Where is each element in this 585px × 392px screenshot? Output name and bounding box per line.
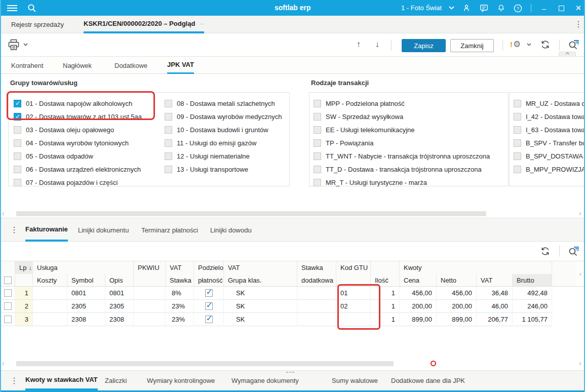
- scrollbar-thumb[interactable]: [16, 211, 486, 216]
- transaction-checkbox-tp[interactable]: TP - Powiązania: [314, 136, 373, 149]
- search-icon[interactable]: [26, 3, 37, 14]
- row-select-checkbox[interactable]: [4, 316, 12, 323]
- tab-fakturowanie[interactable]: Fakturowanie: [25, 218, 68, 242]
- transaction-checkbox-i63[interactable]: I_63 - Dostawa towar: [514, 123, 585, 136]
- detail-tabs-menu-icon[interactable]: ⋮: [10, 226, 18, 234]
- collapse-toolbar-handle[interactable]: [559, 52, 576, 56]
- checkbox[interactable]: [514, 166, 521, 173]
- search-filter-icon[interactable]: [568, 40, 579, 50]
- header-netto[interactable]: Netto: [437, 274, 477, 287]
- tab-jpk-vat[interactable]: JPK VAT: [167, 57, 194, 74]
- settings-chevron-icon[interactable]: [527, 43, 531, 46]
- print-icon[interactable]: [8, 39, 20, 51]
- header-usluga[interactable]: Usługa: [33, 261, 134, 274]
- header-brutto[interactable]: Brutto: [513, 274, 552, 287]
- transaction-checkbox-ee[interactable]: EE - Usługi telekomunikacyjne: [314, 123, 415, 136]
- checkbox[interactable]: [14, 126, 21, 134]
- transaction-checkbox-mr-uz[interactable]: MR_UZ - Dostawa dz: [514, 97, 585, 110]
- header-kwoty[interactable]: Kwoty: [400, 261, 552, 274]
- checkbox[interactable]: [514, 152, 521, 160]
- print-options-chevron-icon[interactable]: [23, 43, 28, 46]
- tab-kontrahent[interactable]: Kontrahent: [11, 57, 44, 74]
- grid-search-filter-icon[interactable]: [568, 246, 579, 256]
- header-platnosc[interactable]: płatność: [194, 274, 224, 287]
- table-row[interactable]: 3 2308 2308 23% SK 1 899,00 899,00 206,7…: [1, 313, 576, 326]
- header-symbol[interactable]: Symbol: [67, 274, 105, 287]
- gtu-checkbox-06[interactable]: 06 - Dostawa urządzeń elektronicznych: [14, 163, 141, 176]
- tab-close-icon[interactable]: –: [200, 20, 204, 27]
- save-button[interactable]: Zapisz: [402, 39, 446, 52]
- transaction-checkbox-mpp[interactable]: MPP - Podzielona płatność: [314, 97, 405, 110]
- collapse-right-panel-chevron[interactable]: ‹: [576, 261, 585, 287]
- tab-kwoty-w-stawkach-vat[interactable]: Kwoty w stawkach VAT: [25, 371, 98, 390]
- tab-dodatkowe[interactable]: Dodatkowe: [114, 57, 147, 74]
- header-pkwiu[interactable]: PKWIU: [134, 261, 166, 274]
- checkbox[interactable]: [165, 100, 172, 107]
- table-row[interactable]: 2 2305 2305 23% SK 02 1 200,00 200,00 46…: [1, 300, 576, 313]
- checkbox[interactable]: [314, 113, 321, 121]
- checkbox[interactable]: [514, 100, 521, 107]
- checkbox[interactable]: [314, 166, 321, 173]
- tab-wymiary-kontrolingowe[interactable]: Wymiary kontrolingowe: [147, 371, 215, 390]
- bottom-tabs-menu-icon[interactable]: ⋮: [10, 377, 18, 385]
- user-icon[interactable]: [461, 3, 472, 14]
- gtu-checkbox-10[interactable]: 10 - Dostawa budowli i gruntów: [165, 123, 268, 136]
- scroll-right-icon[interactable]: ›: [579, 359, 581, 367]
- scroll-left-icon[interactable]: ‹: [2, 209, 5, 217]
- header-koszty[interactable]: Koszty: [33, 274, 67, 287]
- hamburger-menu-icon[interactable]: [7, 4, 17, 12]
- split-payment-checkbox[interactable]: [205, 302, 213, 310]
- tab-bar-menu-icon[interactable]: ⋮: [574, 20, 582, 28]
- checkbox[interactable]: [314, 100, 321, 107]
- scrollbar-thumb[interactable]: [16, 361, 394, 366]
- transaction-checkbox-sw[interactable]: SW - Sprzedaż wysyłkowa: [314, 110, 403, 123]
- gtu-checkbox-05[interactable]: 05 - Dostawa odpadów: [14, 149, 93, 163]
- header-cena[interactable]: Cena: [400, 274, 437, 287]
- tab-linijki-dokumentu[interactable]: Linijki dokumentu: [78, 218, 129, 242]
- lower-horizontal-scrollbar[interactable]: ‹ ›: [1, 360, 584, 367]
- header-grupa-klas[interactable]: Grupa klas.: [224, 274, 297, 287]
- gtu-checkbox-04[interactable]: 04 - Dostawa wyrobów tytoniowych: [14, 136, 129, 149]
- header-vat[interactable]: VAT: [166, 261, 194, 274]
- header-kod-gtu[interactable]: Kod GTU: [336, 261, 371, 274]
- checkbox[interactable]: [165, 166, 172, 173]
- checkbox[interactable]: [14, 139, 21, 147]
- checkbox[interactable]: [314, 179, 321, 186]
- upper-horizontal-scrollbar[interactable]: ‹ ›: [1, 210, 584, 217]
- header-stawka[interactable]: Stawka: [166, 274, 194, 287]
- transaction-checkbox-b-spv-dostawa[interactable]: B_SPV_DOSTAWA - D: [514, 149, 585, 163]
- checkbox[interactable]: [14, 113, 21, 121]
- notifications-bell-icon[interactable]: [495, 3, 506, 14]
- maximize-button[interactable]: [555, 3, 567, 14]
- gtu-checkbox-09[interactable]: 09 - Dostawa wyrobów medycznych: [165, 110, 282, 123]
- scroll-right-icon[interactable]: ›: [579, 209, 581, 217]
- checkbox[interactable]: [514, 126, 521, 134]
- header-ilosc[interactable]: Ilość: [371, 274, 400, 287]
- gtu-checkbox-07[interactable]: 07 - Dostawa pojazdów i części: [14, 176, 118, 189]
- tab-wymagane-dokumenty[interactable]: Wymagane dokumenty: [231, 371, 299, 390]
- transaction-checkbox-b-mpv-prowizja[interactable]: B_MPV_PROWIZJA -: [514, 163, 585, 176]
- checkbox[interactable]: [165, 113, 172, 121]
- transaction-checkbox-tt-d[interactable]: TT_D - Dostawa - transakcja trójstronna …: [314, 163, 482, 176]
- row-select-checkbox[interactable]: [4, 289, 12, 297]
- navigate-up-icon[interactable]: ↑: [354, 40, 364, 50]
- checkbox[interactable]: [14, 100, 21, 107]
- split-payment-checkbox[interactable]: [205, 289, 213, 297]
- checkbox[interactable]: [514, 113, 521, 121]
- checkbox[interactable]: [165, 139, 172, 147]
- tab-naglowek[interactable]: Nagłówek: [63, 57, 92, 74]
- gtu-checkbox-02[interactable]: 02 - Dostawa towarów z art 103 ust.5aa: [14, 110, 142, 123]
- scroll-left-icon[interactable]: ‹: [2, 359, 5, 367]
- checkbox[interactable]: [514, 139, 521, 147]
- close-document-button[interactable]: Zamknij: [450, 39, 494, 52]
- header-lp[interactable]: Lp↓: [15, 261, 33, 274]
- grid-refresh-icon[interactable]: [540, 246, 551, 256]
- tab-terminarz-platnosci[interactable]: Terminarz płatności: [141, 218, 198, 242]
- gtu-checkbox-11[interactable]: 11 - Usługi do emisji gazów: [165, 136, 256, 149]
- transaction-checkbox-tt-wnt[interactable]: TT_WNT - Nabycie - transakcja trójstronn…: [314, 149, 490, 163]
- tab-document-podglad[interactable]: KSKR1/CEN/000002/2020 – Podgląd –: [84, 16, 204, 33]
- checkbox[interactable]: [165, 152, 172, 160]
- transaction-checkbox-mr-t[interactable]: MR_T - Usługi turystyczne - marża: [314, 176, 427, 189]
- header-vat2[interactable]: VAT: [224, 261, 297, 274]
- split-payment-checkbox[interactable]: [205, 316, 213, 323]
